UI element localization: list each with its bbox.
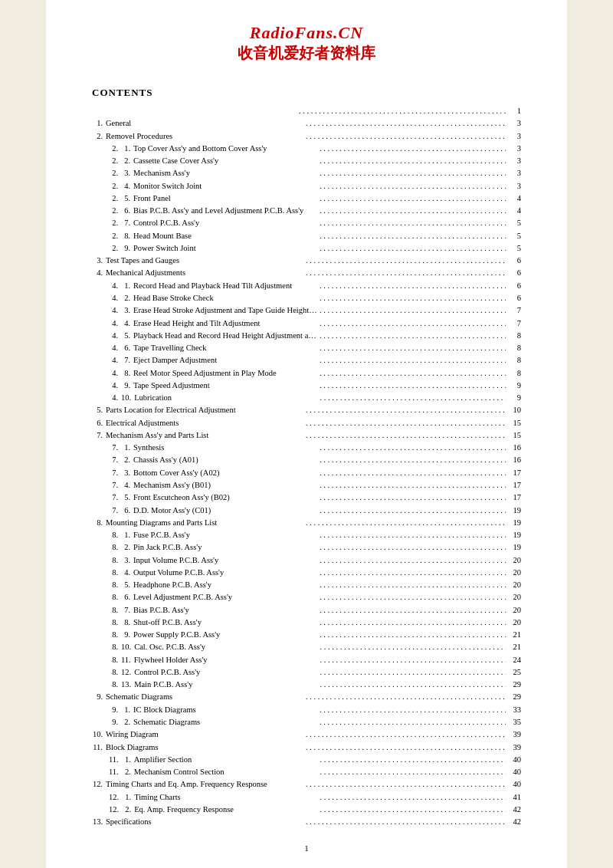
- toc-label: Top Cover Ass'y and Bottom Cover Ass'y: [133, 143, 318, 155]
- toc-subnum: 12.: [121, 666, 134, 679]
- toc-page-num: 3: [506, 180, 521, 192]
- toc-label: Parts Location for Electrical Adjustment: [106, 404, 304, 416]
- toc-dots: [318, 505, 506, 517]
- toc-page-num: 19: [506, 505, 521, 517]
- toc-page-num: 7: [506, 317, 521, 330]
- toc-page-num: 4: [506, 192, 521, 205]
- toc-num: 2.: [109, 230, 121, 242]
- toc-dots: [318, 280, 506, 292]
- toc-label: IC Block Diagrams: [133, 704, 318, 716]
- toc-row: 8. 1. Fuse P.C.B. Ass'y 19: [92, 529, 521, 541]
- toc-dots: [318, 716, 506, 728]
- toc-label: Electrical Adjustments: [106, 417, 304, 429]
- header: RadioFans.CN 收音机爱好者资料库: [92, 23, 521, 64]
- toc-subnum: 4.: [121, 180, 133, 192]
- toc-dots: [304, 816, 506, 828]
- toc-row: 7. Mechanism Ass'y and Parts List 15: [92, 429, 521, 442]
- toc-dots: [304, 741, 506, 754]
- toc-subnum: 1.: [121, 280, 133, 292]
- toc-row: 9. 2. Schematic Diagrams 35: [92, 716, 521, 728]
- toc-row: 9. 1. IC Block Diagrams 33: [92, 704, 521, 716]
- toc-page-num: 39: [506, 728, 521, 741]
- toc-subnum: 2.: [122, 804, 134, 816]
- toc-row: 2. 9. Power Switch Joint 5: [92, 242, 521, 255]
- toc-num: 2.: [109, 143, 121, 155]
- toc-num: 5.: [92, 404, 106, 416]
- toc-row: 3. Test Tapes and Gauges 6: [92, 255, 521, 267]
- toc-num: 4.: [109, 304, 121, 317]
- toc-row: 4. 10. Lubrication 9: [92, 392, 521, 404]
- toc-num: 11.: [92, 741, 106, 754]
- toc-page-num: 42: [506, 804, 521, 816]
- toc-dots: [318, 367, 506, 380]
- toc-row: 8. 8. Shut-off P.C.B. Ass'y 20: [92, 616, 521, 629]
- header-title-en: RadioFans.CN: [92, 23, 521, 43]
- toc-label: Level Adjustment P.C.B. Ass'y: [133, 591, 318, 603]
- toc-dots: [318, 554, 506, 567]
- toc-label: Flywheel Holder Ass'y: [134, 654, 319, 666]
- toc-subnum: 6.: [121, 205, 133, 217]
- toc-dots: [318, 304, 506, 317]
- toc-num: 4.: [109, 380, 121, 392]
- toc-dots: [304, 267, 506, 279]
- toc-num: 7.: [109, 454, 121, 466]
- toc-num: 12.: [109, 804, 122, 816]
- toc-row: 7. 2. Chassis Ass'y (A01) 16: [92, 454, 521, 466]
- toc-num: 8.: [109, 616, 121, 629]
- toc-dots: [318, 492, 506, 504]
- toc-label: Head Mount Base: [133, 230, 318, 242]
- toc-label: Wiring Diagram: [106, 728, 304, 741]
- toc-page-num: 21: [506, 629, 521, 641]
- toc-page-num: 10: [506, 404, 521, 416]
- toc-label: Removel Procedures: [106, 130, 304, 143]
- page-number-bottom: 1: [92, 843, 521, 853]
- toc-table: 1 1. General 3 2. Removel Procedures 3 2…: [92, 105, 521, 828]
- toc-subnum: 9.: [121, 242, 133, 255]
- toc-row: 12. 2. Eq. Amp. Frequency Response 42: [92, 804, 521, 816]
- toc-label: Mechanism Ass'y and Parts List: [106, 429, 304, 442]
- toc-page-num: 9: [506, 392, 521, 404]
- toc-dots: [318, 380, 506, 392]
- toc-page-num: 15: [506, 417, 521, 429]
- toc-label: Bottom Cover Ass'y (A02): [133, 467, 318, 479]
- toc-subnum: 6.: [121, 591, 133, 603]
- toc-page-num: 3: [506, 167, 521, 179]
- toc-dots: [319, 791, 506, 804]
- toc-subnum: 1.: [121, 529, 133, 541]
- toc-label: Synthesis: [133, 442, 318, 454]
- toc-page-num: 6: [506, 267, 521, 279]
- toc-dots: [318, 591, 506, 603]
- toc-page-num: 3: [506, 130, 521, 143]
- toc-dots: [318, 754, 506, 766]
- toc-label: General: [106, 117, 304, 130]
- toc-dots: [318, 467, 506, 479]
- toc-page-num: 4: [506, 205, 521, 217]
- toc-row: 2. 2. Cassette Case Cover Ass'y 3: [92, 155, 521, 167]
- toc-subnum: 1.: [122, 754, 134, 766]
- toc-subnum: 6.: [121, 342, 133, 354]
- toc-page-num: 20: [506, 604, 521, 616]
- toc-row: 8. 5. Headphone P.C.B. Ass'y 20: [92, 579, 521, 591]
- toc-dots: [318, 579, 506, 591]
- toc-label: Tape Speed Adjustment: [133, 380, 318, 392]
- toc-row: 4. Mechanical Adjustments 6: [92, 267, 521, 279]
- toc-dots: [318, 654, 506, 666]
- toc-label: Control P.C.B. Ass'y: [133, 217, 318, 229]
- toc-label: Front Escutcheon Ass'y (B02): [133, 492, 318, 504]
- toc-row: 8. 11. Flywheel Holder Ass'y 24: [92, 654, 521, 666]
- toc-num: 2.: [109, 155, 121, 167]
- toc-subnum: 2.: [121, 155, 133, 167]
- toc-row: 12. Timing Charts and Eq. Amp. Frequency…: [92, 778, 521, 791]
- toc-dots: [318, 604, 506, 616]
- toc-subnum: 9.: [121, 629, 133, 641]
- toc-row: 2. 7. Control P.C.B. Ass'y 5: [92, 217, 521, 229]
- toc-num: 4.: [109, 280, 121, 292]
- toc-num: 6.: [92, 417, 106, 429]
- toc-num: 8.: [109, 604, 121, 616]
- toc-page-num: 40: [506, 778, 521, 791]
- toc-subnum: 3.: [121, 167, 133, 179]
- toc-dots: [304, 404, 506, 416]
- toc-row: 2. Removel Procedures 3: [92, 130, 521, 143]
- toc-subnum: 1.: [121, 143, 133, 155]
- toc-subnum: 10.: [121, 392, 134, 404]
